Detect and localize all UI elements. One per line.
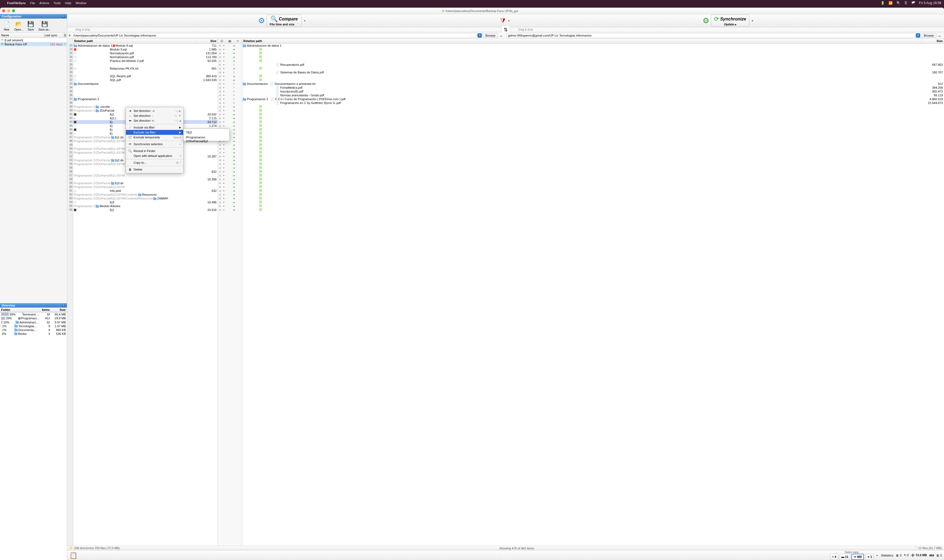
menu-window[interactable]: Window: [76, 2, 86, 5]
menu-help[interactable]: Help: [65, 2, 71, 5]
flag-icon[interactable]: 🏳️: [911, 1, 915, 5]
menu-file[interactable]: File: [30, 2, 35, 5]
battery-icon[interactable]: 🔋: [881, 1, 885, 5]
macos-menubar: FreeFileSync File Actions Tools Help Win…: [0, 0, 944, 6]
menu-actions[interactable]: Actions: [39, 2, 49, 5]
wifi-icon[interactable]: 📶: [888, 1, 893, 5]
menu-tools[interactable]: Tools: [54, 2, 61, 5]
control-center-icon[interactable]: ☰: [904, 1, 907, 5]
search-icon[interactable]: 🔍: [896, 1, 901, 5]
app-name[interactable]: FreeFileSync: [7, 2, 26, 5]
clock[interactable]: Fri 5 Aug 16:59: [919, 1, 941, 5]
